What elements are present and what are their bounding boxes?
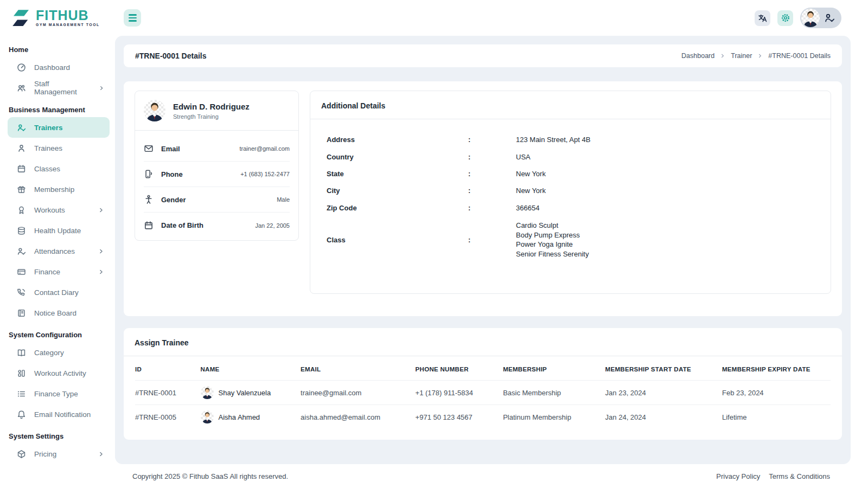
sidebar-item-dashboard[interactable]: Dashboard: [8, 57, 110, 78]
terms-conditions-link[interactable]: Terms & Conditions: [769, 472, 830, 480]
dashboard-icon: [17, 63, 26, 72]
profile-field-dob: Date of Birth Jan 22, 2005: [144, 213, 290, 238]
sidebar-item-label: Finance: [34, 268, 60, 276]
sidebar-item-trainees[interactable]: Trainees: [8, 138, 110, 158]
sidebar-item-workout-activity[interactable]: Workout Activity: [8, 363, 110, 383]
sidebar-item-staff-management[interactable]: Staff Management: [8, 78, 110, 98]
sidebar-item-notice-board[interactable]: Notice Board: [8, 303, 110, 323]
breadcrumb-trainer[interactable]: Trainer: [731, 52, 752, 60]
sidebar-item-classes[interactable]: Classes: [8, 158, 110, 179]
sidebar-section-system-settings: System Settings: [0, 425, 115, 444]
table-row[interactable]: #TRNE-0001 Shay Valenzuela trainee@gmail…: [135, 381, 831, 405]
sidebar-item-label: Notice Board: [34, 309, 76, 317]
profile-field-gender: Gender Male: [144, 187, 290, 213]
breadcrumb-current: #TRNE-0001 Details: [768, 52, 831, 60]
sidebar-item-membership[interactable]: Membership: [8, 179, 110, 200]
field-label: Gender: [161, 196, 186, 204]
trainer-check-icon: [17, 123, 26, 132]
assign-trainee-table: ID NAME EMAIL PHONE NUMBER MEMBERSHIP ME…: [135, 358, 831, 429]
cell-id: #TRNE-0005: [135, 405, 201, 429]
column-header-membership: MEMBERSHIP: [503, 358, 605, 381]
assign-trainee-title: Assign Trainee: [124, 328, 842, 356]
person-icon: [17, 144, 26, 153]
chevron-right-icon: [98, 248, 104, 254]
column-header-phone: PHONE NUMBER: [416, 358, 503, 381]
trainee-avatar: [201, 410, 214, 423]
chevron-right-icon: [98, 451, 104, 457]
trainer-avatar: [144, 100, 165, 121]
gear-icon: [781, 13, 790, 23]
field-label: Phone: [161, 170, 183, 178]
sidebar-item-health-update[interactable]: Health Update: [8, 220, 110, 241]
cell-name: Aisha Ahmed: [201, 410, 296, 423]
sidebar-item-contact-diary[interactable]: Contact Diary: [8, 282, 110, 303]
trainer-name: Edwin D. Rodriguez: [173, 102, 250, 111]
sidebar-item-finance[interactable]: Finance: [8, 261, 110, 282]
cell-name: Shay Valenzuela: [201, 386, 296, 399]
fithub-logo-icon: [10, 7, 33, 29]
translate-icon: [758, 14, 767, 23]
sidebar-item-workouts[interactable]: Workouts: [8, 200, 110, 220]
sidebar-section-home: Home: [0, 38, 115, 57]
list-icon: [17, 389, 26, 399]
person-check-icon: [17, 247, 26, 256]
sidebar-section-business: Business Management: [0, 98, 115, 117]
cell-email: aisha.ahmed@email.com: [301, 405, 416, 429]
cell-membership: Platinum Membership: [503, 405, 605, 429]
notice-board-icon: [17, 309, 26, 318]
sidebar-item-label: Workout Activity: [34, 369, 86, 377]
column-header-start-date: MEMBERSHIP START DATE: [605, 358, 722, 381]
brand-tagline: GYM MANAGEMENT TOOL: [36, 23, 100, 27]
credit-card-icon: [17, 267, 26, 277]
sidebar-item-label: Classes: [34, 165, 60, 173]
additional-details-title: Additional Details: [310, 91, 831, 119]
page-header-card: #TRNE-0001 Details Dashboard Trainer #TR…: [124, 44, 842, 67]
profile-menu-button[interactable]: [800, 8, 841, 28]
class-list: Cardio Sculpt Body Pump Express Power Yo…: [516, 221, 814, 259]
sidebar-item-label: Workouts: [34, 206, 65, 214]
additional-details-card: Additional Details Address : 123 Main St…: [310, 91, 831, 294]
mobile-icon: [144, 169, 154, 179]
calendar-icon: [17, 164, 26, 174]
privacy-policy-link[interactable]: Privacy Policy: [716, 472, 760, 480]
sidebar-toggle-button[interactable]: [124, 9, 141, 27]
gender-icon: [144, 195, 154, 204]
sidebar-item-label: Pricing: [34, 450, 56, 458]
sidebar-item-label: Email Notification: [34, 410, 91, 419]
person-check-icon: [824, 12, 835, 23]
breadcrumb-dashboard[interactable]: Dashboard: [681, 52, 714, 60]
sidebar-item-email-notification[interactable]: Email Notification: [8, 404, 110, 425]
detail-row-zip: Zip Code : 366654: [327, 200, 814, 216]
sidebar-item-label: Dashboard: [34, 63, 70, 72]
cell-email: trainee@gmail.com: [301, 381, 416, 405]
bell-icon: [17, 410, 26, 419]
cell-phone: +971 50 123 4567: [416, 405, 503, 429]
field-value: trainer@gmail.com: [240, 145, 290, 152]
sidebar-item-pricing[interactable]: Pricing: [8, 444, 110, 464]
chevron-right-icon: [98, 207, 104, 213]
column-header-expiry-date: MEMBERSHIP EXPIRY DATE: [722, 358, 831, 381]
sidebar-item-trainers[interactable]: Trainers: [8, 117, 110, 138]
brand-logo[interactable]: FITHUB GYM MANAGEMENT TOOL: [0, 7, 115, 29]
sidebar-item-label: Health Update: [34, 227, 81, 235]
sidebar-item-attendances[interactable]: Attendances: [8, 241, 110, 261]
detail-row-state: State : New York: [327, 165, 814, 182]
sidebar-item-finance-type[interactable]: Finance Type: [8, 383, 110, 404]
settings-button[interactable]: [777, 10, 793, 26]
sidebar-item-category[interactable]: Category: [8, 342, 110, 363]
translate-button[interactable]: [755, 10, 770, 26]
table-row[interactable]: #TRNE-0005 Aisha Ahmed aisha.ahmed@email…: [135, 405, 831, 429]
sidebar-item-label: Membership: [34, 185, 74, 194]
chevron-right-icon: [98, 269, 104, 275]
trainer-specialty: Strength Training: [173, 113, 250, 120]
field-label: Date of Birth: [161, 221, 203, 229]
detail-row-class: Class : Cardio Sculpt Body Pump Express …: [327, 216, 814, 263]
sidebar-item-label: Trainers: [34, 124, 63, 132]
field-value: +1 (683) 152-2477: [240, 171, 290, 177]
sidebar: Home Dashboard Staff Management Business…: [0, 36, 115, 488]
award-icon: [17, 206, 26, 215]
topbar: FITHUB GYM MANAGEMENT TOOL: [0, 0, 868, 36]
field-label: Email: [161, 145, 180, 153]
sidebar-section-system-configuration: System Configuration: [0, 323, 115, 342]
breadcrumb: Dashboard Trainer #TRNE-0001 Details: [681, 52, 831, 60]
